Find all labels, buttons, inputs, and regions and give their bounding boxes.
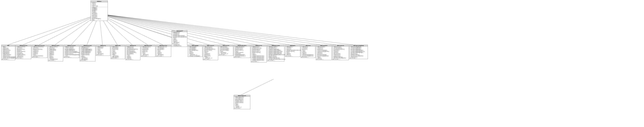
method: + getNodes() [91,17,107,18]
method: + delete() [126,57,140,58]
method: + getTaxonLanguageCode() [316,56,331,57]
method: + _getfields() [156,54,170,55]
method: + getField() [91,15,107,16]
method: + IMDILifecycle() [204,47,218,48]
class-imdilifecycle-body: + IMDILifecycle() + getSubelements() + p… [203,46,218,60]
method: + getContribute() [204,50,218,51]
method: + getInstallationRemarks() [333,58,348,59]
method: + addLanguage() [80,59,95,60]
method: + setRequirementVersion() [251,56,266,57]
method: + getCopyrightAndOtherRestrictions() [268,54,284,55]
method: + setRequirement() [234,101,250,102]
class-imdientity-header: IMDIEntity [96,45,110,46]
class-imidigeneral-body: + IMDIGeneral() + getKeywords() + provid… [126,46,140,60]
method: + getDescription() [251,52,266,53]
method: + getLanguageCodes() [126,52,140,53]
method: + setTypicalAgeRange() [350,48,367,49]
class-imdiannotation-body: + IMDIAnnotation() + getTitle() + getTec… [16,46,31,59]
method: + getContribute_() [234,50,250,51]
method: + getSubelements() [251,49,266,50]
class-imdirequirement-header: IMDIRequirement [267,45,284,46]
method: + setKeyword() [172,33,187,34]
class-imdiformat-header: IMDIFormat [111,45,125,46]
method: + getDuration() [333,56,348,57]
method: + read() [126,56,140,57]
method: and 14 more... [219,54,233,55]
class-imdimetametadata-body: + IMDIMetaMetadata() + getIdentifier() +… [234,46,250,58]
method: + delete() [80,57,95,58]
method: + save() [80,56,95,57]
method: + getDescriptionLanguageCode() [2,58,15,59]
method: and 15 more... [80,60,95,61]
method: + getSpecsAgeRanges() [64,49,79,50]
method: + getEntry() [142,51,155,52]
method: + IMDITaxonPath() [316,47,331,48]
method: and 14 more... [234,57,250,58]
method: + IMDIIdentifier() [142,47,155,48]
class-imdirights-body: + IMDIRights() + setCost() + setIcon() +… [285,46,300,57]
method: + save() [96,49,110,50]
class-imdirights: IMDIRights + IMDIRights() + setCost() + … [285,45,300,57]
class-imditechnical-body: + IMDITechnical() + getSubelements() + p… [332,46,349,60]
class-imdicontribute-body: + IMDIContribute() + getTitle() + addMet… [48,46,63,61]
method: and 10 more... [142,56,155,57]
method: + getLocationType() [219,50,233,51]
method: + addLanguage() [111,57,124,58]
class-imditypicalagerange: IMDITypicalAgeRange + IMDITypicalAgeRang… [349,45,368,59]
method: + addSpecsAgeRanges() [80,51,95,52]
method: + IMDIAnnotation() [16,47,31,48]
method: + getTitle() [16,48,31,49]
method: + getKeywordAndLanguage() [172,35,187,36]
method: + getCatalog() [142,49,155,50]
svg-line-18 [99,14,290,45]
method: + setLocationType() [219,49,233,50]
method: + getKeyword() [16,53,31,54]
method: + addTechnical() [2,56,15,57]
method: + getScheme() [234,53,250,54]
method: + save() [156,50,170,51]
method: + delete() [96,51,110,52]
method: + getTaxon() [316,53,331,54]
method: + getKeyword() [172,34,187,35]
method: + getSpecsAgeRange() [80,52,95,53]
method: + getSubelements() [204,48,218,49]
method: + getMetaDataScheme_() [234,56,250,57]
method: + setSource() [316,48,331,49]
method: + getAccessibility() [32,49,47,50]
method: + setTypicalAgeRangePage() [350,50,367,51]
class-imdiformat-body: + IMDIFormat() + getCatalog() + setCatal… [111,46,125,59]
method: + setSourceLanguageCode() [316,51,331,52]
method: + _getfields() [96,53,110,54]
class-imditechnical-header: IMDITechnical [332,45,349,46]
method: + delete() [286,54,300,55]
class-imditaxon-header: IMDITaxon [301,45,315,46]
method: + addMetaData() [2,53,15,54]
class-imdi-header: IMDI [2,45,15,46]
class-imdiformat: IMDIFormat + IMDIFormat() + getCatalog()… [111,45,125,59]
method: + providesSubelements() [126,49,140,50]
method: + setLanguage() [188,48,202,49]
method: + update() [172,41,187,42]
method: + setSpecsAgeRangeMax() [80,50,95,51]
method: + getTypicalAgeRangePage() [350,52,367,53]
method: + setLocationType() [219,48,233,49]
method: + IMDITypicalAgeRange() [350,47,367,48]
method: + setDescriptionLanguageCode() [64,54,79,55]
method: + setDescription() [2,54,15,55]
method: + read() [111,51,124,52]
method: + getTechnicals() [16,49,31,50]
method: + IMDIKeyword() [172,32,187,33]
method: + _getfields() [111,56,124,57]
method: + getIdentifier() [234,48,250,49]
method: and 59 more... [350,58,367,59]
method: + save() [64,56,79,57]
method: + delete() [48,57,62,58]
method: + save() [32,54,47,55]
method: + addEntity() [2,48,15,49]
method: + getSource() [316,49,331,50]
method: + getFormat() [333,50,348,51]
class-imdidescription: IMDIDescription + IMDIDescription() + se… [64,45,79,58]
method: + IMDIOrComposite() [234,97,250,98]
method: + save() [219,51,233,52]
class-imdieducational-body: + IMDIEducational() + getAgeRanges() + s… [80,46,95,61]
